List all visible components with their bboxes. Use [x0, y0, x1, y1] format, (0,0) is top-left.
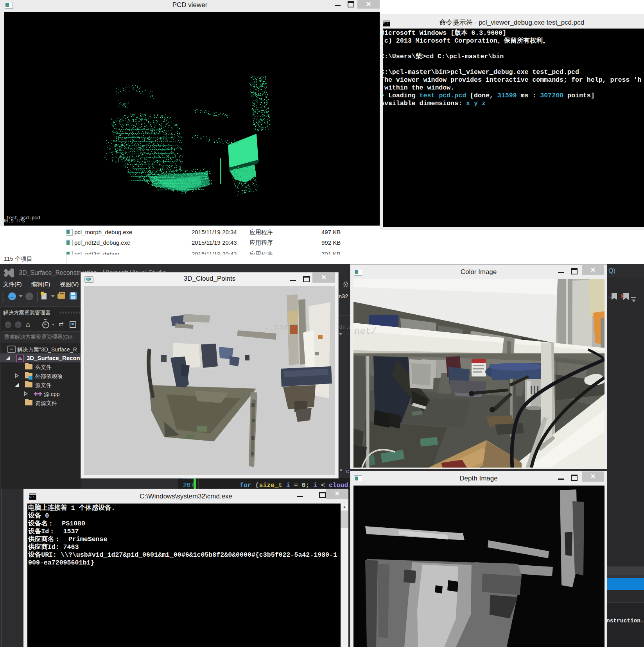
svg-text:net/: net/ — [354, 326, 377, 337]
